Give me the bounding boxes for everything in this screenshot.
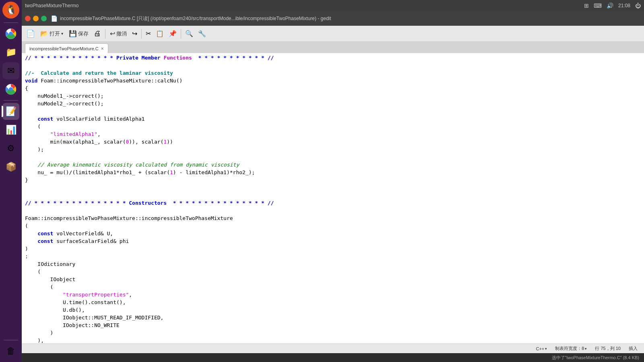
sidebar-icon-evolution[interactable]: ✉ <box>2 62 19 79</box>
window-title: incompressibleTwoPhaseMixture.C [只读] (/o… <box>60 15 331 22</box>
system-clock: 21:08 <box>618 3 630 8</box>
code-line: IOobject::NO_WRITE <box>22 321 644 329</box>
volume-icon[interactable]: 🔊 <box>607 2 613 9</box>
paste-button[interactable]: 📌 <box>167 28 179 40</box>
code-content: } <box>22 176 28 184</box>
code-line <box>22 107 644 115</box>
code-line: nuModel2_->correct(); <box>22 100 644 107</box>
code-content: const volScalarField limitedAlpha1 <box>22 115 144 123</box>
bottom-infobar: 选中了"twoPhaseMixtureThermo.C" (8.4 KB) <box>22 353 644 362</box>
undo-button[interactable]: ↩ 撤消 <box>107 28 129 40</box>
code-content: Foam::incompressibleTwoPhaseMixture::inc… <box>22 214 233 222</box>
search-button[interactable]: 🔍 <box>183 28 195 40</box>
code-content: nuModel1_->correct(); <box>22 92 104 100</box>
cut-button[interactable]: ✂ <box>144 28 153 40</box>
keyboard-icon[interactable]: ⌨ <box>594 2 602 9</box>
code-content: const surfaceScalarField& phi <box>22 237 129 245</box>
active-tab[interactable]: incompressibleTwoPhaseMixture.C × <box>25 43 108 53</box>
code-content: nuModel2_->correct(); <box>22 100 104 107</box>
code-line: } <box>22 176 644 184</box>
window-minimize-btn[interactable] <box>33 16 39 21</box>
code-content: ) <box>22 245 28 253</box>
code-line: "limitedAlpha1", <box>22 130 644 138</box>
code-line <box>22 207 644 214</box>
copy-button[interactable]: 📋 <box>154 28 166 40</box>
save-button[interactable]: 💾 保存 <box>66 28 91 40</box>
code-content: void Foam::incompressibleTwoPhaseMixture… <box>22 77 182 84</box>
code-line: nu_ = mu()/(limitedAlpha1*rho1_ + (scala… <box>22 169 644 176</box>
code-line: nuModel1_->correct(); <box>22 92 644 100</box>
selection-info: 选中了"twoPhaseMixtureThermo.C" (8.4 KB) <box>552 355 639 361</box>
tab-close-btn[interactable]: × <box>101 46 104 51</box>
sidebar-icon-gedit[interactable]: 📝 <box>2 103 19 120</box>
code-line: const volVectorField& U, <box>22 230 644 237</box>
code-content: const volVectorField& U, <box>22 230 113 237</box>
power-icon[interactable]: ⏻ <box>635 2 641 9</box>
code-line: : <box>22 253 644 260</box>
sidebar-icon-chrome[interactable] <box>2 25 19 42</box>
statusbar: C++ ▾ 制表符宽度：8 ▾ 行 75，列 10 插入 <box>22 343 644 353</box>
code-content: "transportProperties", <box>22 291 132 298</box>
code-line: IOobject <box>22 276 644 283</box>
code-content: ) <box>22 329 53 337</box>
status-language[interactable]: C++ ▾ <box>534 346 549 352</box>
sidebar-icon-chrome2[interactable] <box>2 81 19 98</box>
code-line <box>22 153 644 161</box>
code-content: min(max(alpha1_, scalar(0)), scalar(1)) <box>22 138 173 146</box>
code-content: // * * * * * * * * * * * * * * * Constru… <box>22 199 274 207</box>
code-line: U.db(), <box>22 306 644 314</box>
code-content: : <box>22 253 28 260</box>
sidebar-icon-files[interactable]: 📁 <box>2 44 19 61</box>
code-content: ), <box>22 337 44 343</box>
code-content: ( <box>22 283 53 291</box>
code-line: U.time().constant(), <box>22 298 644 306</box>
print-button[interactable]: 🖨 <box>92 28 103 40</box>
code-content: "limitedAlpha1", <box>22 130 101 138</box>
code-line: // Average kinematic viscosity calculate… <box>22 161 644 169</box>
code-line: ) <box>22 245 644 253</box>
redo-button[interactable]: ↪ <box>130 28 139 40</box>
application-sidebar: 🐧 📁 ✉ <box>0 0 22 362</box>
open-button[interactable]: 📂 打开 ▾ <box>38 28 66 40</box>
code-line: // * * * * * * * * * * * * * * * Constru… <box>22 199 644 207</box>
toolbar: 📄 📂 打开 ▾ 💾 保存 🖨 ↩ 撤消 ↪ <box>22 26 644 42</box>
sidebar-icon-settings[interactable]: ⚙ <box>2 140 19 157</box>
code-line: ( <box>22 268 644 276</box>
code-content: //- Calculate and return the laminar vis… <box>22 69 173 77</box>
tab-filename: incompressibleTwoPhaseMixture.C <box>29 46 99 51</box>
code-line: //- Calculate and return the laminar vis… <box>22 69 644 77</box>
code-editor[interactable]: // * * * * * * * * * * * * * Private Mem… <box>22 53 644 343</box>
code-line: Foam::incompressibleTwoPhaseMixture::inc… <box>22 214 644 222</box>
sidebar-icon-calc[interactable]: 📊 <box>2 121 19 138</box>
window-maximize-btn[interactable] <box>41 16 47 21</box>
sidebar-icon-software[interactable]: 📦 <box>2 158 19 175</box>
code-line: ( <box>22 123 644 130</box>
toolbar-separator-3 <box>181 29 181 39</box>
sidebar-icon-ubuntu[interactable]: 🐧 <box>2 2 19 19</box>
replace-button[interactable]: 🔧 <box>196 28 208 40</box>
code-content: IOobject::NO_WRITE <box>22 321 120 329</box>
topbar-app-title: twoPhaseMixtureThermo <box>25 3 78 8</box>
code-line: IOobject::MUST_READ_IF_MODIFIED, <box>22 314 644 321</box>
toolbar-separator-2 <box>141 29 142 39</box>
sidebar-separator-bottom <box>4 340 18 340</box>
window-close-btn[interactable] <box>25 16 31 21</box>
code-content: nu_ = mu()/(limitedAlpha1*rho1_ + (scala… <box>22 169 255 176</box>
code-line: "transportProperties", <box>22 291 644 298</box>
tabbar: incompressibleTwoPhaseMixture.C × <box>22 42 644 53</box>
sidebar-separator-mid <box>4 100 18 101</box>
code-line: ) <box>22 329 644 337</box>
code-content: U.time().constant(), <box>22 298 126 306</box>
code-line: // * * * * * * * * * * * * * Private Mem… <box>22 54 644 62</box>
status-position: 行 75，列 10 <box>593 345 622 352</box>
code-content: ( <box>22 123 41 130</box>
system-topbar: twoPhaseMixtureThermo ⊞ ⌨ 🔊 21:08 ⏻ <box>22 0 644 11</box>
code-content: U.db(), <box>22 306 85 314</box>
code-content: ( <box>22 222 28 230</box>
sidebar-icon-trash[interactable]: 🗑 <box>2 343 19 360</box>
apps-icon[interactable]: ⊞ <box>584 2 589 9</box>
status-tab-width[interactable]: 制表符宽度：8 ▾ <box>553 345 588 352</box>
new-file-button[interactable]: 📄 <box>24 28 37 40</box>
code-content: ); <box>22 146 44 153</box>
code-line: ), <box>22 337 644 343</box>
